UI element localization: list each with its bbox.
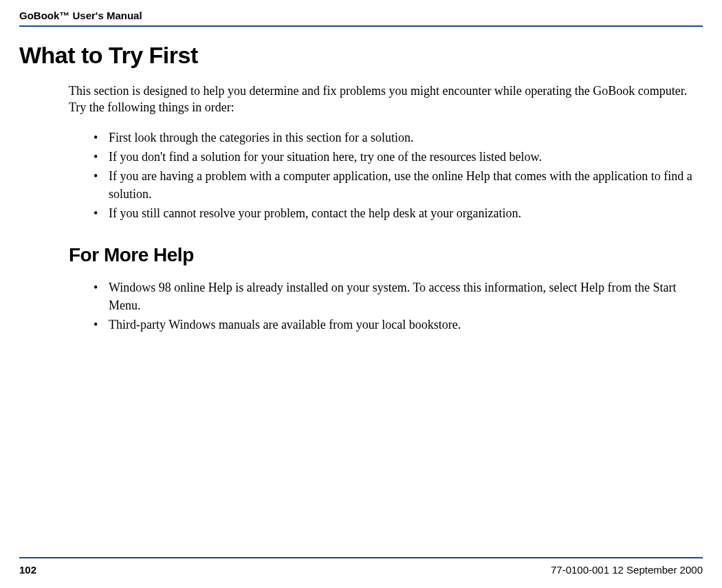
page-number: 102 [19,564,36,576]
doc-meta: 77-0100-001 12 September 2000 [551,564,703,576]
bullet-list-try-first: First look through the categories in thi… [69,129,697,222]
bullet-list-more-help: Windows 98 online Help is already instal… [69,279,697,334]
list-item: Windows 98 online Help is already instal… [94,279,697,314]
footer: 102 77-0100-001 12 September 2000 [19,557,703,576]
list-item: If you still cannot resolve your problem… [94,204,697,222]
header-title: GoBook™ User's Manual [19,10,703,27]
list-item: If you don't find a solution for your si… [94,148,697,166]
list-item: First look through the categories in thi… [94,129,697,146]
content-section: This section is designed to help you det… [19,83,703,334]
intro-paragraph: This section is designed to help you det… [69,83,697,116]
subheading-more-help: For More Help [69,244,697,266]
page-title: What to Try First [19,42,703,69]
list-item: If you are having a problem with a compu… [94,167,697,203]
list-item: Third-party Windows manuals are availabl… [94,316,697,334]
